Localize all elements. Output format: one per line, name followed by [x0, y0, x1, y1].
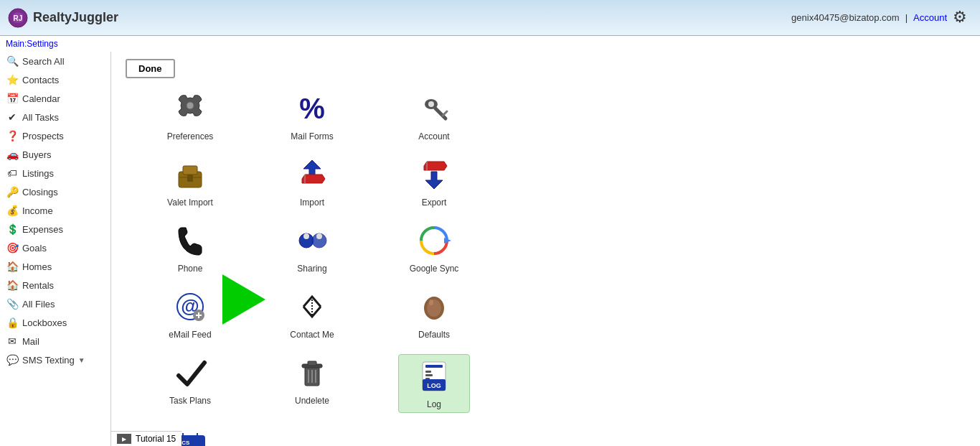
log-label: Log	[427, 399, 441, 409]
svg-text:RJ: RJ	[14, 14, 23, 22]
sidebar-item-calendar[interactable]: 📅 Calendar	[0, 89, 110, 108]
sidebar-label-lockboxes: Lockboxes	[22, 317, 67, 328]
undelete-label: Undelete	[295, 396, 329, 406]
svg-rect-41	[425, 374, 433, 376]
undelete-icon	[293, 354, 331, 391]
sms-icon: 💬	[6, 354, 19, 366]
valet-import-icon	[171, 156, 209, 193]
sidebar-item-lockboxes[interactable]: 🔒 Lockboxes	[0, 313, 110, 332]
main-layout: 🔍 Search All ⭐ Contacts 📅 Calendar ✔ All…	[0, 52, 980, 446]
sidebar-label-income: Income	[22, 205, 53, 216]
valet-import-label: Valet Import	[167, 198, 213, 208]
sidebar-item-listings[interactable]: 🏷 Listings	[0, 164, 110, 182]
preferences-label: Preferences	[167, 131, 214, 141]
settings-item-import[interactable]: Import	[276, 156, 348, 208]
sidebar-item-closings[interactable]: 🔑 Closings	[0, 182, 110, 201]
settings-item-defaults[interactable]: Defaults	[398, 288, 470, 340]
user-email: genix40475@bizatop.com	[791, 12, 900, 23]
sharing-label: Sharing	[297, 264, 326, 274]
settings-item-preferences[interactable]: Preferences	[154, 90, 226, 141]
import-icon	[293, 156, 331, 193]
defaults-icon	[415, 288, 453, 325]
buyers-icon: 🚗	[6, 149, 19, 160]
svg-point-2	[187, 102, 194, 109]
sidebar-label-sms: SMS Texting	[22, 355, 75, 366]
content-area: Done Preferences % Mail Forms	[111, 52, 980, 446]
sidebar-item-goals[interactable]: 🎯 Goals	[0, 238, 110, 257]
mail-icon: ✉	[6, 335, 19, 347]
rentals-icon: 🏠	[6, 279, 19, 291]
settings-grid: Preferences % Mail Forms Account	[154, 90, 966, 446]
sidebar-item-all-files[interactable]: 📎 All Files	[0, 294, 110, 313]
settings-item-account[interactable]: Account	[398, 90, 470, 141]
settings-item-log[interactable]: LOG Log	[398, 354, 470, 413]
sidebar-item-all-tasks[interactable]: ✔ All Tasks	[0, 108, 110, 126]
sidebar-item-homes[interactable]: 🏠 Homes	[0, 257, 110, 276]
breadcrumb-main[interactable]: Main	[6, 39, 24, 49]
email-feed-icon: @	[171, 288, 209, 325]
breadcrumb-settings[interactable]: Settings	[27, 39, 57, 49]
sidebar-item-buyers[interactable]: 🚗 Buyers	[0, 145, 110, 164]
email-feed-label: eMail Feed	[169, 330, 211, 340]
sidebar-item-income[interactable]: 💰 Income	[0, 201, 110, 220]
svg-rect-9	[187, 175, 193, 182]
settings-item-google-sync[interactable]: Google Sync	[398, 222, 470, 274]
export-label: Export	[422, 198, 447, 208]
sidebar-label-listings: Listings	[22, 168, 54, 179]
tutorial-play-button[interactable]: ▶	[117, 434, 131, 444]
svg-text:LOG: LOG	[427, 382, 441, 389]
log-icon: LOG	[415, 358, 453, 395]
logo-icon: RJ	[7, 7, 29, 29]
svg-marker-12	[302, 175, 325, 183]
settings-item-valet-import[interactable]: Valet Import	[154, 156, 226, 208]
svg-marker-15	[424, 162, 447, 170]
sidebar-label-homes: Homes	[22, 261, 52, 272]
settings-item-export[interactable]: Export	[398, 156, 470, 208]
settings-item-mail-forms[interactable]: % Mail Forms	[276, 90, 348, 141]
goals-icon: 🎯	[6, 242, 19, 254]
svg-point-19	[303, 233, 309, 239]
expenses-icon: 💲	[6, 223, 19, 235]
account-link[interactable]: Account	[913, 12, 947, 23]
gear-icon[interactable]: ⚙	[953, 8, 973, 28]
breadcrumb: Main:Settings	[0, 36, 980, 52]
preferences-icon	[171, 90, 209, 127]
sidebar-label-contacts: Contacts	[22, 75, 59, 85]
settings-item-task-plans[interactable]: Task Plans	[154, 354, 226, 413]
settings-item-undelete[interactable]: Undelete	[276, 354, 348, 413]
sidebar-label-goals: Goals	[22, 243, 47, 254]
sidebar-item-prospects[interactable]: ❓ Prospects	[0, 126, 110, 145]
sidebar-item-search-all[interactable]: 🔍 Search All	[0, 52, 110, 70]
tasks-icon: ✔	[6, 111, 19, 123]
sidebar-item-expenses[interactable]: 💲 Expenses	[0, 220, 110, 238]
settings-item-contact-me[interactable]: Contact Me	[276, 288, 348, 340]
account-label: Account	[418, 131, 449, 141]
contacts-icon: ⭐	[6, 74, 19, 85]
closings-icon: 🔑	[6, 186, 19, 198]
sidebar-label-calendar: Calendar	[22, 93, 60, 104]
settings-item-email-feed[interactable]: @ eMail Feed	[154, 288, 226, 340]
svg-line-6	[443, 111, 447, 116]
sidebar-label-mail: Mail	[22, 336, 39, 347]
prospects-icon: ❓	[6, 130, 19, 141]
sidebar-label-all-tasks: All Tasks	[22, 112, 59, 123]
done-button[interactable]: Done	[126, 59, 175, 78]
sidebar-item-contacts[interactable]: ⭐ Contacts	[0, 70, 110, 89]
phone-icon	[171, 222, 209, 259]
listings-icon: 🏷	[6, 167, 19, 179]
sidebar-label-prospects: Prospects	[22, 131, 64, 141]
settings-item-phone[interactable]: Phone	[154, 222, 226, 274]
sharing-icon	[293, 222, 331, 259]
export-icon	[415, 156, 453, 193]
sidebar-label-all-files: All Files	[22, 299, 55, 310]
svg-rect-34	[308, 361, 316, 366]
sidebar-label-closings: Closings	[22, 187, 58, 198]
svg-marker-14	[425, 172, 443, 189]
google-sync-icon	[415, 222, 453, 259]
settings-item-sharing[interactable]: Sharing	[276, 222, 348, 274]
phone-label: Phone	[178, 264, 203, 274]
sidebar-item-sms[interactable]: 💬 SMS Texting ▼	[0, 350, 110, 369]
sidebar-item-mail[interactable]: ✉ Mail	[0, 332, 110, 350]
sidebar-item-rentals[interactable]: 🏠 Rentals	[0, 276, 110, 294]
logo-text: RealtyJuggler	[33, 10, 118, 25]
